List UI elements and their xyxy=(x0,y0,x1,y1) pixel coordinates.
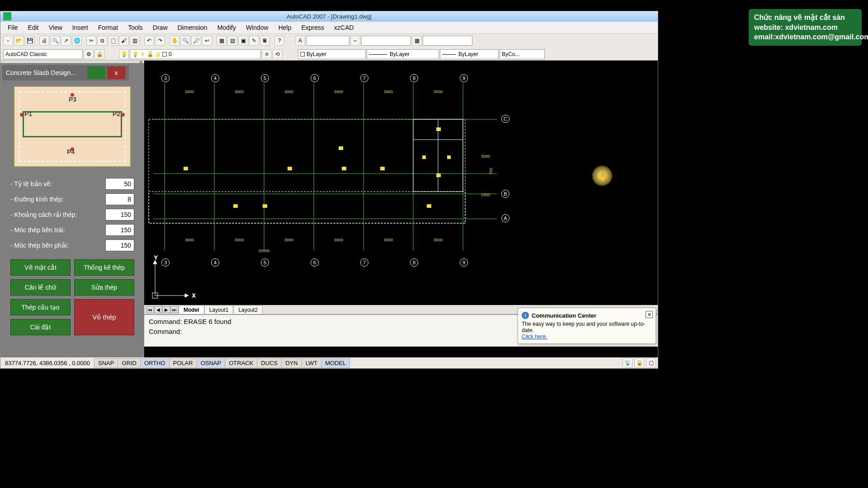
tablestyle-select[interactable] xyxy=(423,36,472,46)
svg-rect-21 xyxy=(342,167,346,170)
tab-first-icon[interactable]: ⏮ xyxy=(146,306,154,313)
ortho-toggle[interactable]: ORTHO xyxy=(140,358,170,368)
pan-icon[interactable]: ✋ xyxy=(170,36,179,46)
dyn-toggle[interactable]: DYN xyxy=(281,358,302,368)
redo-icon[interactable]: ↷ xyxy=(155,36,165,46)
menu-window[interactable]: Window xyxy=(241,23,273,33)
draw-section-button[interactable]: Vẽ mặt cắt xyxy=(10,259,71,276)
help-icon[interactable]: ? xyxy=(274,36,284,46)
panel-close-x[interactable]: × xyxy=(140,59,142,65)
svg-rect-26 xyxy=(436,127,441,131)
dimstyle-select[interactable] xyxy=(361,36,411,46)
toolpalette-icon[interactable]: ▤ xyxy=(227,36,237,46)
draw-rebar-button[interactable]: Vẽ thép xyxy=(74,299,134,335)
globe-icon[interactable]: 🌐 xyxy=(72,36,82,46)
snap-toggle[interactable]: SNAP xyxy=(94,358,118,368)
tablestyle-icon[interactable]: ▦ xyxy=(412,36,422,46)
menu-draw[interactable]: Draw xyxy=(148,23,172,33)
struct-rebar-button[interactable]: Thép cấu tạo xyxy=(10,299,71,315)
matchprop-icon[interactable]: 🖌 xyxy=(119,36,129,46)
menu-help[interactable]: Help xyxy=(274,23,296,33)
diameter-input[interactable] xyxy=(105,193,134,205)
align-text-button[interactable]: Căn lề chữ xyxy=(10,279,71,296)
osnap-toggle[interactable]: OSNAP xyxy=(197,358,226,368)
cut-icon[interactable]: ✂ xyxy=(86,36,96,46)
ws-lock-icon[interactable]: 🔒 xyxy=(94,49,104,59)
popup-close-icon[interactable]: ✕ xyxy=(646,311,653,318)
tab-prev-icon[interactable]: ◀ xyxy=(154,306,162,313)
layerprev-icon[interactable]: ⟲ xyxy=(273,49,283,59)
layer-select[interactable]: 💡 ☀ 🔓 🖨 0 xyxy=(130,49,261,59)
panel-close-icon[interactable]: x xyxy=(107,66,125,79)
menu-xzcad[interactable]: xzCAD xyxy=(330,23,359,33)
tray-icon[interactable]: ▢ xyxy=(646,358,656,368)
menu-view[interactable]: View xyxy=(44,23,67,33)
tab-next-icon[interactable]: ▶ xyxy=(162,306,170,313)
textstyle-select[interactable] xyxy=(306,36,349,46)
menu-express[interactable]: Express xyxy=(297,23,329,33)
designcenter-icon[interactable]: ▦ xyxy=(217,36,226,46)
block-icon[interactable]: ▥ xyxy=(130,36,140,46)
hook-left-input[interactable] xyxy=(105,224,134,236)
dimstyle-icon[interactable]: ↔ xyxy=(350,36,360,46)
new-icon[interactable]: ▫ xyxy=(3,36,13,46)
menu-tools[interactable]: Tools xyxy=(123,23,147,33)
rebar-stats-button[interactable]: Thống kê thép xyxy=(74,259,134,276)
publish-icon[interactable]: ↗ xyxy=(61,36,71,46)
layermgr-icon[interactable]: ≡ xyxy=(262,49,272,59)
workspace-select[interactable]: AutoCAD Classic xyxy=(3,49,83,59)
commcenter-tray-icon[interactable]: 📡 xyxy=(623,358,632,368)
zoom-prev-icon[interactable]: ↩ xyxy=(202,36,212,46)
popup-link[interactable]: Click here. xyxy=(522,333,547,340)
copy-icon[interactable]: ⧉ xyxy=(97,36,107,46)
spacing-input[interactable] xyxy=(105,209,134,221)
svg-text:750: 750 xyxy=(489,168,493,174)
hook-right-input[interactable] xyxy=(105,239,134,251)
menu-dimension[interactable]: Dimension xyxy=(173,23,212,33)
open-icon[interactable]: 📂 xyxy=(14,36,24,46)
scale-input[interactable] xyxy=(105,178,134,190)
menu-file[interactable]: File xyxy=(3,23,23,33)
zoom-win-icon[interactable]: 🔎 xyxy=(191,36,201,46)
svg-marker-45 xyxy=(185,294,189,297)
paste-icon[interactable]: 📋 xyxy=(108,36,118,46)
otrack-toggle[interactable]: OTRACK xyxy=(225,358,257,368)
tab-last-icon[interactable]: ⏭ xyxy=(170,306,179,313)
tab-model[interactable]: Model xyxy=(179,305,204,314)
tab-layout2[interactable]: Layout2 xyxy=(233,305,263,314)
color-select[interactable]: ByLayer xyxy=(298,49,366,59)
linetype-select[interactable]: ByLayer xyxy=(367,49,439,59)
polar-toggle[interactable]: POLAR xyxy=(169,358,197,368)
tab-layout1[interactable]: Layout1 xyxy=(204,305,234,314)
markup-icon[interactable]: ✎ xyxy=(249,36,259,46)
plotstyle-select[interactable]: ByCo... xyxy=(500,49,545,59)
textstyle-icon[interactable]: A xyxy=(295,36,305,46)
ducs-toggle[interactable]: DUCS xyxy=(257,358,282,368)
menu-format[interactable]: Format xyxy=(94,23,123,33)
layer-bulb-icon[interactable]: 💡 xyxy=(119,49,129,59)
titlebar: AutoCAD 2007 - [Drawing1.dwg] xyxy=(0,11,658,22)
save-icon[interactable]: 💾 xyxy=(25,36,35,46)
svg-text:3900: 3900 xyxy=(284,89,293,94)
sheetset-icon[interactable]: ▣ xyxy=(238,36,248,46)
drawing-area[interactable]: 3900 3900 3900 3900 3900 3900 3900 3900 … xyxy=(144,61,658,357)
menu-insert[interactable]: Insert xyxy=(68,23,93,33)
model-toggle[interactable]: MODEL xyxy=(321,358,350,368)
calc-icon[interactable]: 🖩 xyxy=(260,36,270,46)
zoom-rt-icon[interactable]: 🔍 xyxy=(180,36,190,46)
preview-icon[interactable]: 🔍 xyxy=(50,36,60,46)
settings-button[interactable]: Cài đặt xyxy=(10,319,71,335)
menu-edit[interactable]: Edit xyxy=(24,23,43,33)
lock-tray-icon[interactable]: 🔒 xyxy=(634,358,644,368)
grid-toggle[interactable]: GRID xyxy=(118,358,141,368)
menu-modify[interactable]: Modify xyxy=(213,23,241,33)
lineweight-select[interactable]: ByLayer xyxy=(440,49,499,59)
panel-minimize-icon[interactable] xyxy=(87,66,105,79)
print-icon[interactable]: 🖨 xyxy=(39,36,49,46)
ws-settings-icon[interactable]: ⚙ xyxy=(84,49,94,59)
statusbar: 83774.7726, 4386.0356 , 0.0000 SNAP GRID… xyxy=(0,357,658,368)
undo-icon[interactable]: ↶ xyxy=(144,36,154,46)
lwt-toggle[interactable]: LWT xyxy=(302,358,321,368)
svg-text:3900: 3900 xyxy=(434,238,443,242)
edit-rebar-button[interactable]: Sửa thép xyxy=(74,279,134,296)
